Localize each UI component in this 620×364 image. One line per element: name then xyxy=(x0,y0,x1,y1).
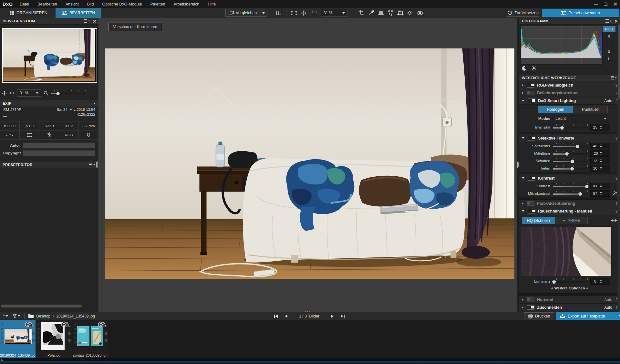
expand-icon[interactable] xyxy=(522,202,523,205)
auto-badge[interactable]: Auto xyxy=(604,305,612,310)
section-rgb-white-balance[interactable]: RGB-Weißabgleich ? xyxy=(519,81,620,89)
panel-splitter[interactable] xyxy=(517,18,519,312)
first-image-button[interactable] xyxy=(274,315,278,318)
collapse-icon[interactable] xyxy=(522,137,524,139)
contrast-slider[interactable] xyxy=(553,183,588,189)
blacks-value[interactable]: 10 xyxy=(590,165,610,172)
magic-wand-icon[interactable] xyxy=(612,191,617,196)
sun-icon[interactable] xyxy=(531,66,536,71)
expand-icon[interactable] xyxy=(522,92,523,94)
midtones-value[interactable]: -20 xyxy=(590,150,610,157)
panel-menu-icon[interactable] xyxy=(89,163,96,166)
punktuell-button[interactable]: Punktuell xyxy=(573,106,608,113)
section-horizon[interactable]: Horizont Auto ? xyxy=(519,296,620,304)
star-rating[interactable]: ★★★★★ xyxy=(37,322,40,344)
collapse-left-panel-arrow[interactable] xyxy=(96,162,98,167)
noise-preview[interactable] xyxy=(519,226,620,276)
intensity-value[interactable]: 25 xyxy=(590,124,610,130)
channel-g[interactable]: G xyxy=(603,41,615,47)
moon-icon[interactable] xyxy=(522,66,527,71)
export-button[interactable]: Export auf Festplatte xyxy=(556,312,620,320)
blacks-slider[interactable] xyxy=(553,165,588,171)
homogen-button[interactable]: Homogen xyxy=(538,106,573,113)
enable-toggle[interactable] xyxy=(527,297,534,302)
navigator-zoom-slider[interactable] xyxy=(51,90,86,96)
previous-image-button[interactable] xyxy=(285,315,287,318)
tab-bearbeiten[interactable]: BEARBEITEN xyxy=(56,8,101,18)
control-point-tool-icon[interactable] xyxy=(387,9,395,17)
thumbnail-image[interactable] xyxy=(77,326,103,346)
panel-menu-icon[interactable] xyxy=(605,19,612,23)
shadows-slider[interactable] xyxy=(553,158,588,164)
expand-icon[interactable] xyxy=(522,84,523,87)
color-label-dots[interactable] xyxy=(68,332,71,342)
menu-hilfe[interactable]: Hilfe xyxy=(203,2,220,6)
channel-r[interactable]: R xyxy=(603,33,615,39)
collapse-icon[interactable] xyxy=(522,100,524,101)
split-view-icon[interactable] xyxy=(274,9,283,17)
close-button[interactable] xyxy=(610,0,620,8)
menu-ansicht[interactable]: Ansicht xyxy=(61,2,83,6)
hq-fast-button[interactable]: HQ (Schnell) xyxy=(522,217,555,224)
luminance-slider[interactable] xyxy=(553,278,588,284)
panel-menu-icon[interactable] xyxy=(84,19,90,23)
modus-select[interactable]: Leicht xyxy=(553,115,609,122)
enable-toggle[interactable] xyxy=(528,209,535,213)
help-icon[interactable]: ? xyxy=(612,91,617,95)
navigator-thumbnail[interactable] xyxy=(2,28,97,83)
section-color-accent[interactable]: Farb-Akzentuierung ? xyxy=(519,200,620,207)
highlights-value[interactable]: 40 xyxy=(590,143,610,149)
move-tool-icon[interactable] xyxy=(299,9,308,17)
noise-picker-target-icon[interactable] xyxy=(611,218,617,223)
section-contrast[interactable]: Kontrast ? xyxy=(519,174,620,182)
zoom-level-select[interactable]: 31 % xyxy=(321,9,347,17)
contrast-value[interactable]: 100 xyxy=(590,183,610,189)
minimize-button[interactable] xyxy=(591,0,601,8)
next-image-button[interactable] xyxy=(331,315,334,318)
filmstrip-item-1[interactable]: ★★★★★ 20180324_135439.jpg xyxy=(0,320,36,358)
menu-datei[interactable]: Datei xyxy=(16,2,33,6)
section-smart-lighting[interactable]: DxO Smart Lighting Auto ? xyxy=(519,97,620,105)
color-label-dots[interactable] xyxy=(105,332,108,342)
breadcrumb-folder[interactable]: Desktop xyxy=(34,314,50,318)
color-label-dots[interactable] xyxy=(32,332,35,342)
luminance-value[interactable]: 0 xyxy=(590,278,610,285)
sort-button[interactable]: az xyxy=(0,314,8,318)
collapse-icon[interactable] xyxy=(522,210,524,212)
menu-bild[interactable]: Bild xyxy=(83,2,98,6)
star-rating[interactable]: ★★★★★ xyxy=(1,322,4,344)
main-photo[interactable] xyxy=(105,48,514,279)
section-crop[interactable]: Zuschneiden Auto ? xyxy=(519,304,620,311)
compare-dropdown-arrow[interactable] xyxy=(260,9,267,16)
shadows-value[interactable]: 13 xyxy=(590,158,610,164)
auto-badge[interactable]: Auto xyxy=(604,99,612,103)
navigator-zoom-select[interactable]: 31 % xyxy=(17,89,41,97)
enable-toggle[interactable] xyxy=(528,99,535,103)
help-icon[interactable]: ? xyxy=(612,136,617,140)
midtones-slider[interactable] xyxy=(553,151,588,156)
help-icon[interactable]: ? xyxy=(612,202,617,205)
expand-icon[interactable] xyxy=(522,298,523,301)
tab-organisieren[interactable]: ORGANISIEREN xyxy=(3,8,54,18)
expand-icon[interactable] xyxy=(522,306,523,309)
channel-b[interactable]: B xyxy=(603,48,615,54)
collapse-icon[interactable] xyxy=(522,177,524,179)
help-icon[interactable]: ? xyxy=(612,83,617,87)
section-noise-reduction[interactable]: Rauschminderung - Manuell ? xyxy=(519,207,620,215)
print-button[interactable]: Drucken xyxy=(524,312,554,320)
zoom-1-1-button[interactable]: 1:1 xyxy=(309,11,320,15)
more-options-link[interactable]: + Weitere Optionen + xyxy=(519,286,620,293)
last-image-button[interactable] xyxy=(341,315,345,318)
help-icon[interactable]: ? xyxy=(612,99,617,103)
enable-toggle[interactable] xyxy=(527,201,534,206)
left-panel-hscrollbar[interactable] xyxy=(1,305,82,307)
prime-button[interactable]: PRIME xyxy=(555,217,588,224)
channel-rgb[interactable]: RGB xyxy=(603,26,615,32)
crop-tool-icon[interactable] xyxy=(357,9,366,17)
horizon-tool-icon[interactable] xyxy=(377,9,385,17)
help-icon[interactable]: ? xyxy=(612,176,617,180)
filmstrip-resize-grip[interactable] xyxy=(305,311,310,312)
white-balance-picker-icon[interactable] xyxy=(367,9,376,17)
enable-toggle[interactable] xyxy=(527,305,534,310)
panel-menu-icon[interactable] xyxy=(611,76,617,79)
